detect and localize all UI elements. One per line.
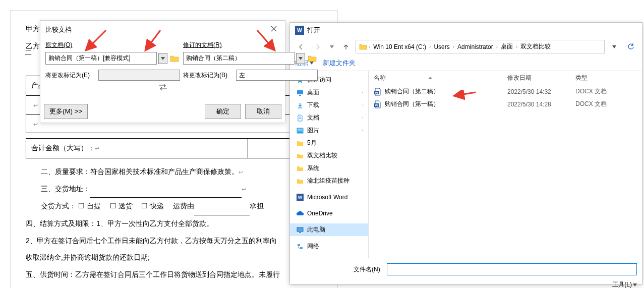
file-row[interactable]: W 购销合同（第二稿） 2022/5/30 14:32 DOCX 文档 (369, 85, 642, 98)
sidebar-item-label: Microsoft Word (307, 194, 347, 201)
compare-dialog-title: 比较文档 (45, 25, 72, 34)
doc-para: 五、供货时间：乙方需在签订合同后三个工作日将货物送到合同指定地点。未履行 (26, 266, 322, 283)
doc-para: 二、质量要求：符合国家相关技术标准和产品生产商保修政策。↩ (26, 163, 322, 181)
folder-icon (359, 43, 367, 50)
doc-para: 2、甲方在签订合同后七个工作日未能向乙方付款，乙方按每天万分之五的利率向 (26, 233, 322, 250)
original-doc-browse-icon[interactable] (169, 53, 180, 64)
sidebar-item-network[interactable]: 网络 (290, 240, 368, 253)
ok-button[interactable]: 确定 (205, 104, 241, 119)
pin-icon: ⬝ (361, 115, 364, 121)
sidebar-item-folder[interactable]: 双文档比较 (290, 149, 368, 162)
svg-rect-5 (299, 232, 301, 233)
toolbar-new-folder[interactable]: 新建文件夹 (323, 59, 356, 68)
network-icon (296, 243, 304, 251)
sidebar-item-label: 网络 (307, 242, 319, 251)
file-list-header[interactable]: 名称 修改日期 类型 (369, 71, 642, 85)
breadcrumb-item[interactable]: 桌面 (499, 42, 514, 51)
sidebar-item-label: OneDrive (307, 210, 333, 217)
label-changes-as-2: 将更改标记为(B) (183, 71, 233, 80)
doc-table-total: 合计金额（大写）：↩ (26, 138, 322, 158)
sidebar-item-label: 图片 (307, 126, 319, 135)
sidebar-item-label: 此电脑 (307, 225, 325, 234)
more-options-button[interactable]: 更多(M) >> (44, 104, 88, 119)
svg-rect-7 (300, 247, 303, 249)
breadcrumb-item[interactable]: Win 10 Ent x64 (C:) (372, 43, 428, 51)
word-icon: W (296, 193, 304, 201)
column-name[interactable]: 名称 (374, 74, 386, 82)
nav-history-dropdown[interactable] (327, 40, 336, 53)
folder-icon (296, 164, 304, 172)
breadcrumb-dropdown[interactable] (607, 40, 621, 53)
sidebar-item-this-pc[interactable]: 此电脑 (290, 223, 368, 236)
sidebar-item-label: 系统 (307, 164, 319, 172)
file-name: 购销合同（第一稿） (385, 100, 439, 108)
label-changes-as-1: 将更改标记为(E) (45, 71, 96, 80)
original-doc-label: 原文档(O) (45, 41, 180, 49)
file-list: 名称 修改日期 类型 W 购销合同（第二稿） 2022/5/30 14:32 D… (369, 71, 642, 258)
doc-para: 收取滞纳金,并协商逾期货款的还款日期; (26, 249, 322, 266)
pin-icon: ⬝ (361, 102, 364, 108)
svg-rect-0 (297, 90, 303, 94)
download-icon (296, 101, 304, 109)
sidebar-item-onedrive[interactable]: OneDrive (290, 207, 368, 219)
breadcrumb[interactable]: › Win 10 Ent x64 (C:) › Users › Administ… (356, 40, 605, 53)
desktop-icon (296, 89, 304, 97)
docx-icon: W (374, 100, 382, 108)
breadcrumb-item[interactable]: Administrator (456, 43, 495, 51)
pin-icon: ⬝ (361, 128, 364, 133)
pc-icon (296, 226, 304, 234)
file-open-dialog: W 打开 › Win 10 Ent x64 (C:) › Users › Adm… (289, 22, 642, 284)
sidebar-item-folder[interactable]: 渝北组疫苗接种 (290, 175, 368, 187)
filename-input[interactable] (387, 263, 637, 275)
original-doc-select[interactable]: 购销合同（第一稿）[兼容模式] (45, 52, 157, 65)
sidebar-item-label: 下载 (307, 101, 319, 109)
doc-para: 四、结算方式及期限：1、甲方一次性向乙方支付全部货款。 (26, 215, 322, 233)
document-icon (296, 114, 304, 122)
sidebar-item-folder[interactable]: 系统 (290, 162, 368, 175)
sidebar-item-label: 文档 (307, 113, 319, 122)
file-date: 2022/5/30 14:28 (507, 101, 575, 108)
refresh-icon[interactable] (624, 40, 638, 53)
file-row[interactable]: W 购销合同（第一稿） 2022/5/30 14:28 DOCX 文档 (369, 98, 642, 110)
sidebar-item-desktop[interactable]: 桌面 ⬝ (290, 86, 368, 99)
sidebar: 快速访问 桌面 ⬝ 下载 ⬝ 文档 ⬝ 图片 ⬝ (290, 71, 369, 258)
column-type[interactable]: 类型 (575, 74, 636, 82)
nav-up-icon[interactable] (339, 40, 353, 53)
revised-doc-browse-icon[interactable] (307, 53, 318, 64)
svg-text:W: W (375, 104, 378, 107)
tools-dropdown[interactable]: 工具(L) (612, 280, 637, 288)
docx-icon: W (374, 88, 382, 96)
file-type: DOCX 文档 (575, 100, 636, 108)
file-name: 购销合同（第二稿） (385, 87, 439, 96)
label-changes-input-2[interactable] (236, 70, 318, 81)
svg-rect-6 (298, 244, 300, 246)
sidebar-item-label: 5月 (307, 139, 317, 147)
breadcrumb-item[interactable]: Users (432, 43, 451, 51)
sidebar-item-downloads[interactable]: 下载 ⬝ (290, 99, 368, 111)
sidebar-item-documents[interactable]: 文档 ⬝ (290, 111, 368, 124)
breadcrumb-item[interactable]: 双文档比较 (519, 42, 552, 51)
sidebar-item-label: 渝北组疫苗接种 (307, 177, 349, 185)
doc-line: 二 (11, 48, 32, 57)
sidebar-item-pictures[interactable]: 图片 ⬝ (290, 124, 368, 137)
sidebar-item-label: 桌面 (307, 88, 319, 97)
total-label: 合计金额（大写）： (31, 144, 95, 152)
sidebar-item-folder[interactable]: 5月 (290, 137, 368, 149)
revised-doc-dropdown[interactable] (296, 53, 305, 64)
svg-point-3 (299, 129, 300, 130)
svg-text:W: W (375, 91, 378, 94)
folder-icon (296, 177, 304, 185)
swap-documents-icon[interactable] (157, 84, 168, 92)
picture-icon (296, 127, 304, 135)
close-icon[interactable] (268, 25, 280, 34)
cancel-button[interactable]: 取消 (245, 104, 281, 119)
svg-rect-1 (299, 95, 301, 96)
revised-doc-select[interactable]: 购销合同（第二稿） (183, 52, 295, 65)
original-doc-dropdown[interactable] (158, 53, 167, 64)
word-app-icon: W (295, 26, 304, 35)
pin-icon: ⬝ (361, 90, 364, 95)
open-dialog-title: 打开 (307, 26, 320, 35)
sidebar-item-word[interactable]: W Microsoft Word (290, 191, 368, 203)
column-date[interactable]: 修改日期 (507, 74, 575, 82)
sidebar-item-label: 双文档比较 (307, 151, 337, 160)
